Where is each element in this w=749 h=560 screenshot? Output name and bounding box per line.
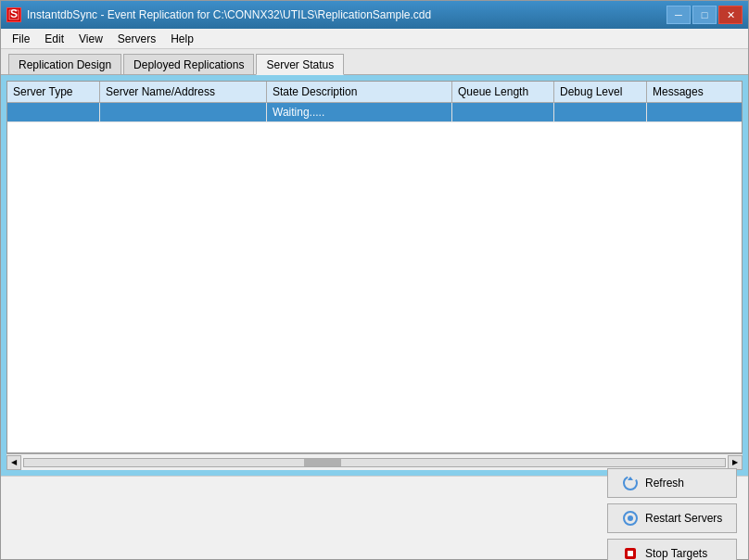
- col-state-description: State Description: [267, 82, 452, 102]
- svg-marker-3: [628, 477, 633, 480]
- stop-targets-button[interactable]: Stop Targets: [607, 539, 737, 561]
- app-icon: S: [6, 7, 21, 22]
- restart-label: Restart Servers: [645, 512, 722, 525]
- menu-edit[interactable]: Edit: [37, 31, 71, 47]
- cell-server-name: [100, 103, 267, 121]
- col-server-name: Server Name/Address: [100, 82, 267, 102]
- tab-deployed-replications[interactable]: Deployed Replications: [123, 54, 254, 74]
- col-server-type: Server Type: [7, 82, 100, 102]
- menu-file[interactable]: File: [5, 31, 37, 47]
- table-header: Server Type Server Name/Address State De…: [7, 82, 742, 103]
- maximize-button[interactable]: □: [692, 6, 717, 24]
- table-body: Waiting.....: [7, 103, 742, 452]
- stop-icon: [621, 544, 640, 561]
- minimize-button[interactable]: ─: [666, 6, 691, 24]
- svg-rect-7: [628, 551, 633, 556]
- server-status-table: Server Type Server Name/Address State De…: [6, 81, 743, 453]
- close-button[interactable]: ✕: [718, 6, 743, 24]
- restart-icon: [621, 509, 640, 528]
- scroll-left-button[interactable]: ◀: [6, 455, 21, 470]
- main-window: S InstantdbSync - Event Replication for …: [0, 0, 749, 560]
- tab-server-status[interactable]: Server Status: [256, 54, 344, 75]
- col-queue-length: Queue Length: [452, 82, 554, 102]
- title-bar-left: S InstantdbSync - Event Replication for …: [6, 7, 431, 22]
- window-controls: ─ □ ✕: [666, 6, 743, 24]
- cell-messages: [647, 103, 742, 121]
- window-title: InstantdbSync - Event Replication for C:…: [27, 8, 431, 21]
- scroll-track[interactable]: [23, 458, 726, 467]
- cell-state-description: Waiting.....: [267, 103, 452, 121]
- refresh-icon: [621, 474, 640, 492]
- menu-help[interactable]: Help: [163, 31, 201, 47]
- menu-bar: File Edit View Servers Help: [1, 29, 748, 49]
- refresh-label: Refresh: [645, 477, 684, 490]
- menu-view[interactable]: View: [71, 31, 110, 47]
- cell-queue-length: [452, 103, 554, 121]
- tabs-container: Replication Design Deployed Replications…: [1, 49, 748, 75]
- scroll-thumb[interactable]: [304, 459, 341, 466]
- svg-point-5: [628, 515, 633, 521]
- menu-servers[interactable]: Servers: [110, 31, 163, 47]
- restart-servers-button[interactable]: Restart Servers: [607, 503, 737, 533]
- tab-replication-design[interactable]: Replication Design: [8, 54, 121, 74]
- col-messages: Messages: [647, 82, 742, 102]
- cell-server-type: [7, 103, 100, 121]
- cell-debug-level: [554, 103, 647, 121]
- col-debug-level: Debug Level: [554, 82, 647, 102]
- refresh-button[interactable]: Refresh: [607, 468, 737, 498]
- main-content: Server Type Server Name/Address State De…: [1, 75, 748, 476]
- title-bar: S InstantdbSync - Event Replication for …: [1, 1, 748, 29]
- svg-text:S: S: [10, 9, 18, 20]
- button-bar: Refresh Restart Servers Stop Targets: [1, 476, 748, 559]
- table-row[interactable]: Waiting.....: [7, 103, 742, 122]
- stop-label: Stop Targets: [645, 547, 707, 560]
